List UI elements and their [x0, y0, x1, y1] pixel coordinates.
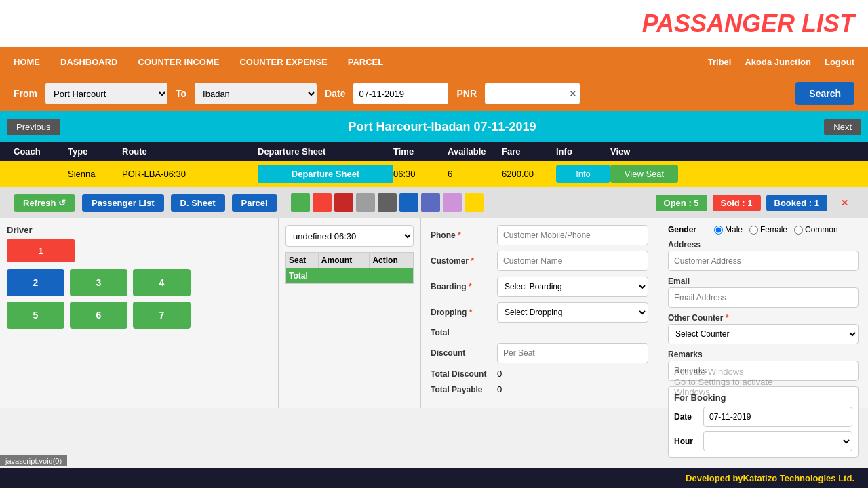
- dropping-row: Dropping * Select Dropping: [431, 302, 648, 323]
- total-discount-row: Total Discount 0: [431, 369, 648, 379]
- departure-sheet-button[interactable]: Departure Sheet: [258, 165, 393, 183]
- pnr-wrap: ✕: [485, 83, 580, 104]
- phone-req: *: [458, 230, 461, 240]
- search-button[interactable]: Search: [795, 82, 854, 105]
- color-indigo[interactable]: [421, 193, 440, 212]
- nav-counter-income[interactable]: COUNTER INCOME: [138, 57, 220, 67]
- discount-input[interactable]: [497, 343, 648, 363]
- remarks-label: Remarks: [668, 350, 859, 359]
- seat-7[interactable]: 7: [133, 302, 191, 329]
- total-discount-value: 0: [497, 369, 502, 379]
- search-bar: From Port Harcourt To Ibadan Date PNR ✕ …: [0, 76, 868, 111]
- total-label: Total: [431, 328, 492, 338]
- boarding-select[interactable]: Select Boarding: [497, 277, 648, 297]
- app-header: PASSANGER LIST: [0, 0, 868, 47]
- journey-bar: Previous Port Harcourt-Ibadan 07-11-2019…: [0, 111, 868, 142]
- close-button[interactable]: ✕: [834, 192, 854, 213]
- color-grey[interactable]: [356, 193, 375, 212]
- previous-button[interactable]: Previous: [7, 119, 60, 135]
- nav-user[interactable]: Tribel: [708, 57, 732, 67]
- other-counter-row: Other Counter * Select Counter: [668, 313, 859, 344]
- nav-branch[interactable]: Akoda Junction: [745, 57, 811, 67]
- date-input[interactable]: [353, 83, 448, 104]
- nav-home[interactable]: HOME: [14, 57, 40, 67]
- for-booking-box: For Booking Date Hour Activate WindowsGo…: [668, 386, 859, 458]
- cell-route: POR-LBA-06:30: [122, 169, 258, 179]
- remarks-input[interactable]: [668, 361, 859, 381]
- seat-2[interactable]: 2: [7, 269, 64, 296]
- seat-row-2: 5 6 7: [7, 302, 271, 329]
- cell-fare: 6200.00: [502, 169, 556, 179]
- seat-5[interactable]: 5: [7, 302, 64, 329]
- seat-3[interactable]: 3: [70, 269, 127, 296]
- counter-select[interactable]: Select Counter: [668, 324, 859, 344]
- col-time: Time: [393, 146, 448, 157]
- pnr-label: PNR: [456, 88, 477, 99]
- other-counter-label: Other Counter *: [668, 313, 859, 323]
- customer-name-input[interactable]: [497, 251, 648, 271]
- from-select[interactable]: Port Harcourt: [45, 83, 167, 104]
- driver-seat: 1: [7, 239, 75, 262]
- nav-bar: HOME DASHBOARD COUNTER INCOME COUNTER EX…: [0, 47, 868, 76]
- color-red[interactable]: [313, 193, 332, 212]
- info-button[interactable]: Info: [556, 165, 610, 183]
- booking-hour-label: Hour: [674, 436, 698, 446]
- booking-hour-select[interactable]: [703, 431, 852, 451]
- dropping-label: Dropping *: [431, 308, 492, 317]
- booking-date-input[interactable]: [703, 407, 852, 427]
- seat-4[interactable]: 4: [133, 269, 191, 296]
- color-blue[interactable]: [399, 193, 418, 212]
- nav-counter-expense[interactable]: COUNTER EXPENSE: [239, 57, 327, 67]
- col-info: Info: [556, 146, 610, 157]
- nav-logout[interactable]: Logout: [825, 57, 854, 67]
- gender-female-option[interactable]: Female: [749, 225, 787, 235]
- color-green[interactable]: [291, 193, 310, 212]
- discount-label: Discount: [431, 348, 492, 358]
- phone-input[interactable]: [497, 225, 648, 245]
- action-col-header: Action: [370, 253, 414, 268]
- color-light-purple[interactable]: [443, 193, 462, 212]
- gender-male-option[interactable]: Male: [714, 225, 743, 235]
- cell-available: 6: [448, 169, 502, 179]
- cell-time: 06:30: [393, 169, 448, 179]
- seat-table: Seat Amount Action Total: [285, 252, 414, 284]
- passenger-list-button[interactable]: Passenger List: [82, 194, 164, 212]
- nav-dashboard[interactable]: DASHBOARD: [60, 57, 118, 67]
- col-fare: Fare: [502, 146, 556, 157]
- d-sheet-button[interactable]: D. Sheet: [171, 194, 225, 212]
- next-button[interactable]: Next: [824, 119, 861, 135]
- total-discount-label: Total Discount: [431, 369, 492, 379]
- address-input[interactable]: [668, 251, 859, 271]
- journey-title: Port Harcourt-Ibadan 07-11-2019: [348, 120, 536, 134]
- seat-color-legend: [291, 193, 484, 212]
- pnr-input[interactable]: [485, 83, 580, 104]
- seat-row-1: 2 3 4: [7, 269, 271, 296]
- col-coach: Coach: [14, 146, 68, 157]
- right-panel: Gender Male Female Common Address: [658, 218, 868, 408]
- color-yellow[interactable]: [465, 193, 484, 212]
- trip-select[interactable]: undefined 06:30: [285, 225, 414, 247]
- view-seat-button[interactable]: View Seat: [610, 165, 678, 183]
- parcel-button[interactable]: Parcel: [232, 194, 277, 212]
- table-header: Coach Type Route Departure Sheet Time Av…: [0, 142, 868, 161]
- to-select[interactable]: Ibadan: [195, 83, 317, 104]
- remarks-row: Remarks: [668, 350, 859, 381]
- phone-row: Phone *: [431, 225, 648, 245]
- color-dark-red[interactable]: [334, 193, 353, 212]
- main-content: Driver 1 2 3 4 5 6 7 undefined 06:30 Sea…: [0, 218, 868, 408]
- customer-form: Phone * Customer * Boarding * Select Boa…: [420, 218, 658, 408]
- seat-grid: 2 3 4 5 6 7: [7, 269, 271, 329]
- dropping-select[interactable]: Select Dropping: [497, 302, 648, 323]
- for-booking-title: For Booking: [674, 392, 852, 403]
- email-input[interactable]: [668, 287, 859, 308]
- pnr-clear-button[interactable]: ✕: [569, 88, 577, 99]
- col-departure-sheet: Departure Sheet: [258, 146, 393, 157]
- phone-label: Phone *: [431, 230, 492, 240]
- seat-6[interactable]: 6: [70, 302, 127, 329]
- refresh-button[interactable]: Refresh ↺: [14, 194, 75, 212]
- booking-date-label: Date: [674, 412, 698, 422]
- nav-parcel[interactable]: PARCEL: [348, 57, 383, 67]
- email-label: Email: [668, 277, 859, 286]
- color-dark-grey[interactable]: [378, 193, 397, 212]
- gender-common-option[interactable]: Common: [794, 225, 838, 235]
